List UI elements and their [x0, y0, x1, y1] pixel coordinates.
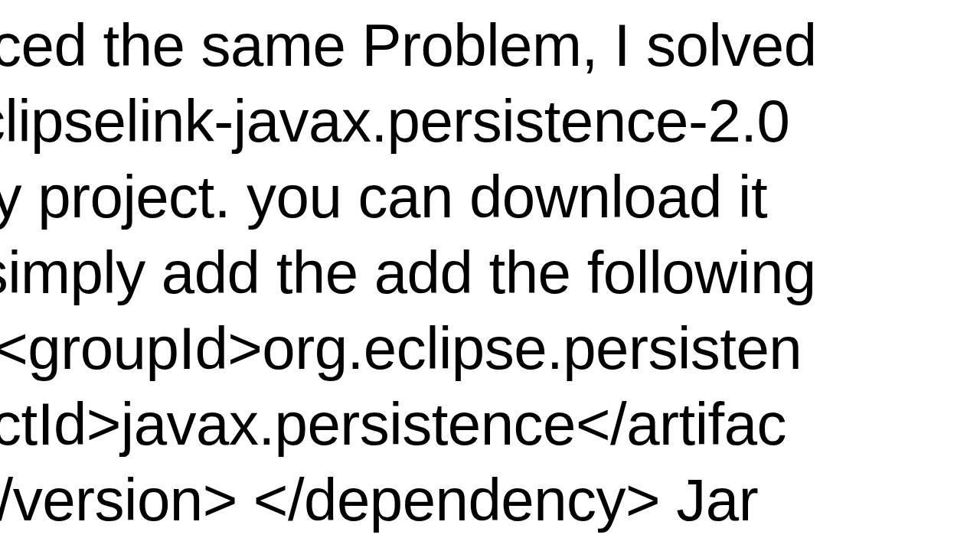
text-line-6: factId>javax.persistence</artifac	[0, 386, 817, 462]
text-line-7: )</version> </dependency> Jar	[0, 462, 817, 538]
text-line-5: > <groupId>org.eclipse.persisten	[0, 311, 817, 386]
text-line-3: my project. you can download it	[0, 159, 817, 235]
text-line-4: r simply add the add the following	[0, 235, 817, 311]
text-line-1: faced the same Problem, I solved	[0, 8, 817, 83]
document-text-block: faced the same Problem, I solved eclipse…	[0, 8, 817, 538]
text-line-2: eclipselink-javax.persistence-2.0	[0, 83, 817, 159]
